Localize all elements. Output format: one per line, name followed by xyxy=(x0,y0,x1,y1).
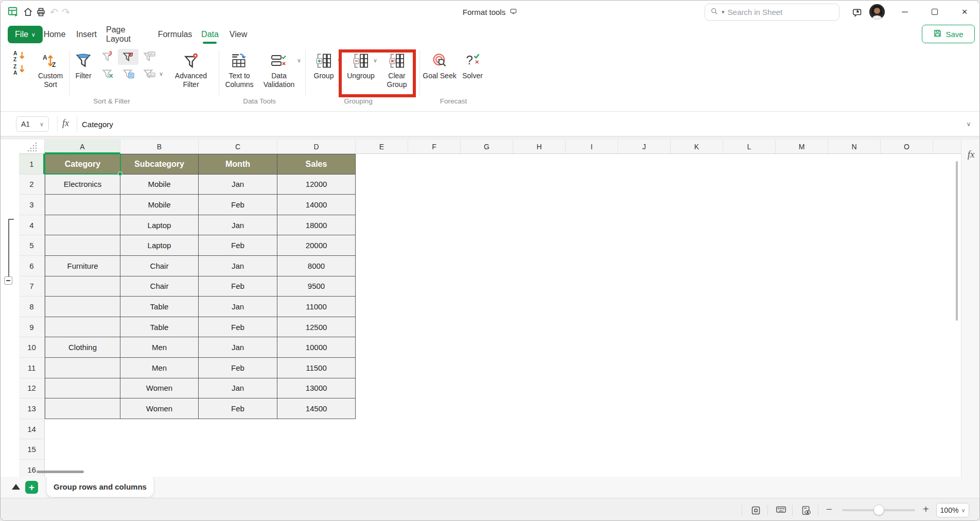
row-header-4[interactable]: 4 xyxy=(19,215,44,236)
row-header-14[interactable]: 14 xyxy=(19,419,44,440)
save-button[interactable]: Save xyxy=(922,25,975,43)
row-header-11[interactable]: 11 xyxy=(19,358,44,378)
text-to-columns-button[interactable]: Text to Columns xyxy=(221,50,258,89)
row-header-13[interactable]: 13 xyxy=(19,398,44,419)
column-header-E[interactable]: E xyxy=(356,140,408,153)
cell-A3[interactable] xyxy=(45,195,120,215)
column-header-N[interactable]: N xyxy=(828,140,881,153)
normal-view-button[interactable] xyxy=(749,504,762,516)
goal-seek-button[interactable]: Goal Seek xyxy=(423,50,457,80)
cell-A1[interactable]: Category xyxy=(45,154,120,175)
cell-B8[interactable]: Table xyxy=(120,297,199,317)
select-all-corner[interactable] xyxy=(19,140,45,153)
cell-C10[interactable]: Jan xyxy=(199,337,277,358)
close-button[interactable]: × xyxy=(957,6,972,18)
name-box[interactable]: A1 ∨ xyxy=(16,116,49,132)
cell-D8[interactable]: 11000 xyxy=(277,297,356,317)
column-header-F[interactable]: F xyxy=(408,140,461,153)
cell-B4[interactable]: Laptop xyxy=(120,215,199,236)
cell-D1[interactable]: Sales xyxy=(277,154,356,175)
filter-more-chevron-icon[interactable]: ∨ xyxy=(159,66,165,82)
column-header-H[interactable]: H xyxy=(513,140,566,153)
zoom-in-button[interactable]: + xyxy=(923,503,929,515)
cell-C11[interactable]: Feb xyxy=(199,358,277,378)
row-header-16[interactable]: 16 xyxy=(19,460,44,477)
cell-B7[interactable]: Chair xyxy=(120,276,199,297)
row-header-8[interactable]: 8 xyxy=(19,297,44,317)
column-header-J[interactable]: J xyxy=(618,140,671,153)
column-header-O[interactable]: O xyxy=(881,140,933,153)
zoom-level-select[interactable]: 100% ∨ xyxy=(936,503,969,517)
collapse-group-button[interactable] xyxy=(4,276,12,285)
column-header-I[interactable]: I xyxy=(566,140,618,153)
file-menu-button[interactable]: File ∨ xyxy=(8,26,43,43)
sheet-nav-up-icon[interactable] xyxy=(12,484,20,490)
sheet-tab-active[interactable]: Group rows and columns xyxy=(46,477,154,497)
cell-D3[interactable]: 14000 xyxy=(277,195,356,215)
cell-B1[interactable]: Subcategory xyxy=(120,154,199,175)
filter-abc-button[interactable]: abc xyxy=(138,49,159,65)
reapply-filter-button[interactable] xyxy=(97,49,118,65)
column-header-A[interactable]: A xyxy=(45,140,120,153)
column-header-B[interactable]: B xyxy=(120,140,199,153)
filter-abc2-button[interactable]: abc xyxy=(138,66,159,82)
cell-D11[interactable]: 11500 xyxy=(277,358,356,378)
cell-B9[interactable]: Table xyxy=(120,317,199,338)
cell-C4[interactable]: Jan xyxy=(199,215,277,236)
maximize-button[interactable] xyxy=(927,6,942,18)
cell-B2[interactable]: Mobile xyxy=(120,175,199,195)
sort-descending-button[interactable]: ZA xyxy=(9,63,31,77)
advanced-filter-button[interactable]: Advanced Filter xyxy=(172,50,209,89)
group-button[interactable]: Group xyxy=(309,50,338,80)
cell-B6[interactable]: Chair xyxy=(120,256,199,276)
cell-A7[interactable] xyxy=(45,276,120,297)
custom-sort-button[interactable]: AZ Custom Sort xyxy=(32,50,68,89)
column-header-M[interactable]: M xyxy=(776,140,828,153)
minimize-button[interactable]: ─ xyxy=(897,6,913,18)
cell-A5[interactable] xyxy=(45,235,120,256)
cell-C12[interactable]: Jan xyxy=(199,378,277,399)
row-header-1[interactable]: 1 xyxy=(19,154,44,175)
cell-D6[interactable]: 8000 xyxy=(277,256,356,276)
row-header-10[interactable]: 10 xyxy=(19,337,44,358)
cell-D10[interactable]: 10000 xyxy=(277,337,356,358)
data-validation-chevron-icon[interactable]: ∨ xyxy=(297,57,301,64)
name-box-chevron-icon[interactable]: ∨ xyxy=(40,121,44,128)
cell-A4[interactable] xyxy=(45,215,120,236)
tab-view[interactable]: View xyxy=(228,23,249,46)
cell-B3[interactable]: Mobile xyxy=(120,195,199,215)
vertical-scrollbar[interactable] xyxy=(956,161,958,321)
tab-formulas[interactable]: Formulas xyxy=(159,23,191,46)
cell-C8[interactable]: Jan xyxy=(199,297,277,317)
tab-insert[interactable]: Insert xyxy=(76,23,97,46)
cell-C1[interactable]: Month xyxy=(199,154,277,175)
formula-bar-expand-chevron-icon[interactable]: ∨ xyxy=(961,112,976,136)
cell-C7[interactable]: Feb xyxy=(199,276,277,297)
zoom-out-button[interactable]: − xyxy=(826,503,832,515)
cell-D7[interactable]: 9500 xyxy=(277,276,356,297)
row-header-7[interactable]: 7 xyxy=(19,276,44,297)
column-header-D[interactable]: D xyxy=(277,140,356,153)
filter-button[interactable]: Filter xyxy=(68,50,99,80)
cell-C2[interactable]: Jan xyxy=(199,175,277,195)
row-header-15[interactable]: 15 xyxy=(19,439,44,460)
cell-D13[interactable]: 14500 xyxy=(277,398,356,419)
tab-page-layout[interactable]: Page Layout xyxy=(106,23,150,46)
data-validation-button[interactable]: Data Validation xyxy=(260,50,298,89)
cell-A8[interactable] xyxy=(45,297,120,317)
filter-list-button[interactable] xyxy=(118,66,138,82)
row-header-9[interactable]: 9 xyxy=(19,317,44,338)
insert-function-icon[interactable]: fx xyxy=(62,118,69,129)
row-header-3[interactable]: 3 xyxy=(19,195,44,215)
cell-A6[interactable]: Furniture xyxy=(45,256,120,276)
clear-filter-button[interactable] xyxy=(97,66,118,82)
row-header-12[interactable]: 12 xyxy=(19,378,44,399)
cell-A9[interactable] xyxy=(45,317,120,338)
row-header-2[interactable]: 2 xyxy=(19,175,44,195)
tab-home[interactable]: Home xyxy=(44,23,65,46)
cell-D5[interactable]: 20000 xyxy=(277,235,356,256)
cell-C13[interactable]: Feb xyxy=(199,398,277,419)
cell-D12[interactable]: 13000 xyxy=(277,378,356,399)
zoom-slider-thumb[interactable] xyxy=(873,505,884,515)
solver-button[interactable]: ? Solver xyxy=(458,50,487,80)
